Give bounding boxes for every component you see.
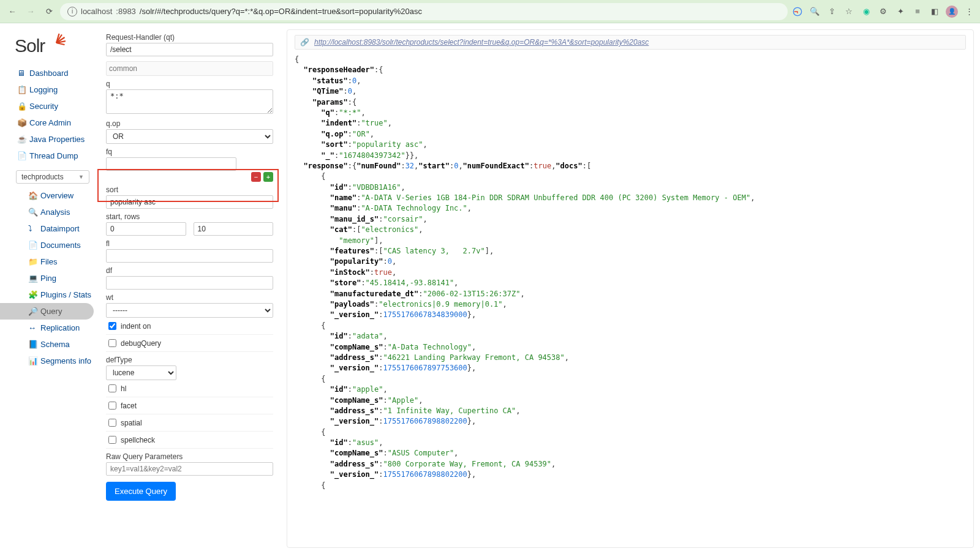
nav-label: Replication xyxy=(40,323,80,332)
fq-input[interactable] xyxy=(106,157,236,171)
fl-label: fl xyxy=(106,239,273,248)
site-info-icon[interactable]: i xyxy=(67,7,77,17)
nav-label: Segments info xyxy=(40,356,91,365)
back-button[interactable]: ← xyxy=(5,4,20,19)
nav-icon: 📘 xyxy=(28,340,37,349)
nav-item-core-admin[interactable]: 📦Core Admin xyxy=(0,114,100,131)
nav-icon: 🖥 xyxy=(17,69,26,78)
q-textarea[interactable] xyxy=(106,89,273,114)
core-nav-documents[interactable]: 📄Documents xyxy=(0,237,100,253)
fl-input[interactable] xyxy=(106,249,273,263)
hl-label: hl xyxy=(121,384,126,393)
result-url[interactable]: http://localhost:8983/solr/techproducts/… xyxy=(314,38,649,47)
core-nav-files[interactable]: 📁Files xyxy=(0,253,100,270)
nav-item-security[interactable]: 🔒Security xyxy=(0,98,100,114)
core-nav-overview[interactable]: 🏠Overview xyxy=(0,187,100,204)
core-nav-segments-info[interactable]: 📊Segments info xyxy=(0,353,100,369)
sort-group: sort xyxy=(106,185,273,209)
nav-icon: 🔎 xyxy=(28,307,37,316)
nav-item-logging[interactable]: 📋Logging xyxy=(0,81,100,98)
start-input[interactable] xyxy=(106,222,186,236)
nav-item-java-properties[interactable]: ☕Java Properties xyxy=(0,131,100,148)
nav-label: Dataimport xyxy=(40,224,80,233)
nav-icon: ⤵ xyxy=(28,224,37,233)
wt-label: wt xyxy=(106,293,273,302)
qop-select[interactable]: OR xyxy=(106,129,273,144)
nav-label: Java Properties xyxy=(29,135,85,144)
menu-icon[interactable]: ⋮ xyxy=(963,6,975,18)
qt-label: Request-Handler (qt) xyxy=(106,33,273,42)
nav-icon: 🔒 xyxy=(17,102,26,111)
df-input[interactable] xyxy=(106,276,273,290)
qop-label: q.op xyxy=(106,119,273,128)
forward-button[interactable]: → xyxy=(23,4,38,19)
debug-checkbox[interactable] xyxy=(108,339,116,347)
execute-query-button[interactable]: Execute Query xyxy=(106,482,176,501)
indent-checkbox[interactable] xyxy=(108,322,116,330)
nav-icon: 📄 xyxy=(17,151,26,160)
facet-label: facet xyxy=(121,402,137,410)
nav-label: Overview xyxy=(40,191,74,200)
settings-icon[interactable]: ⚙ xyxy=(877,6,889,18)
remove-fq-icon[interactable]: − xyxy=(251,172,261,182)
result-panel: 🔗 http://localhost:8983/solr/techproduct… xyxy=(287,29,974,548)
playlist-icon[interactable]: ≡ xyxy=(911,6,924,18)
nav-item-thread-dump[interactable]: 📄Thread Dump xyxy=(0,148,100,164)
deftype-select[interactable]: lucene xyxy=(106,365,176,380)
core-nav-plugins-stats[interactable]: 🧩Plugins / Stats xyxy=(0,286,100,303)
search-icon[interactable]: 🔍 xyxy=(809,6,821,18)
result-url-bar[interactable]: 🔗 http://localhost:8983/solr/techproduct… xyxy=(295,35,966,50)
nav-label: Ping xyxy=(40,274,56,283)
nav-label: Query xyxy=(40,307,62,316)
nav-icon: 💻 xyxy=(28,274,37,283)
nav-icon: 📋 xyxy=(17,85,26,94)
nav-icon: 🏠 xyxy=(28,191,37,200)
collection-selector[interactable]: techproducts ▼ xyxy=(16,170,89,184)
nav-icon: ☕ xyxy=(17,135,26,144)
startrows-label: start, rows xyxy=(106,212,273,221)
rawparams-label: Raw Query Parameters xyxy=(106,452,273,461)
qt-input[interactable] xyxy=(106,43,273,56)
nav-label: Plugins / Stats xyxy=(40,290,91,299)
grammarly-icon[interactable]: ◉ xyxy=(860,6,872,18)
debug-label: debugQuery xyxy=(121,339,161,348)
rows-input[interactable] xyxy=(194,222,274,236)
nav-label: Documents xyxy=(40,241,81,250)
deftype-label: defType xyxy=(106,356,273,364)
core-nav-schema[interactable]: 📘Schema xyxy=(0,336,100,353)
df-label: df xyxy=(106,266,273,275)
facet-checkbox[interactable] xyxy=(108,402,116,410)
browser-toolbar: ← → ⟳ i localhost:8983/solr/#/techproduc… xyxy=(0,0,980,23)
wt-select[interactable]: ------ xyxy=(106,303,273,318)
hl-checkbox[interactable] xyxy=(108,384,116,392)
sort-input[interactable] xyxy=(106,195,273,209)
add-fq-icon[interactable]: + xyxy=(263,172,273,182)
fq-label: fq xyxy=(106,148,273,156)
core-nav-replication[interactable]: ↔Replication xyxy=(0,320,100,336)
nav-item-dashboard[interactable]: 🖥Dashboard xyxy=(0,65,100,81)
nav-label: Thread Dump xyxy=(29,151,78,160)
nav-label: Core Admin xyxy=(29,118,71,127)
share-icon[interactable]: ⇧ xyxy=(826,6,838,18)
avatar-icon[interactable]: 👤 xyxy=(946,6,958,18)
indent-label: indent on xyxy=(121,322,151,331)
url-type-icon: 🔗 xyxy=(300,38,309,47)
nav-icon: 📁 xyxy=(28,257,37,266)
reload-button[interactable]: ⟳ xyxy=(42,4,56,19)
core-nav-query[interactable]: 🔎Query xyxy=(0,303,94,320)
rawparams-input[interactable] xyxy=(106,462,273,476)
core-nav-dataimport[interactable]: ⤵Dataimport xyxy=(0,220,100,237)
left-sidebar: Solr 🖥Dashboard📋Logging🔒Security📦Core Ad… xyxy=(0,23,100,554)
address-bar[interactable]: i localhost:8983/solr/#/techproducts/que… xyxy=(60,3,788,20)
star-icon[interactable]: ☆ xyxy=(843,6,855,18)
extensions-icon[interactable]: ✦ xyxy=(894,6,907,18)
core-nav-analysis[interactable]: 🔍Analysis xyxy=(0,204,100,220)
panel-icon[interactable]: ◧ xyxy=(929,6,941,18)
nav-label: Dashboard xyxy=(29,69,69,78)
google-icon[interactable] xyxy=(791,6,804,18)
spatial-checkbox[interactable] xyxy=(108,419,116,427)
spellcheck-checkbox[interactable] xyxy=(108,436,116,444)
nav-label: Analysis xyxy=(40,208,70,217)
core-nav-ping[interactable]: 💻Ping xyxy=(0,270,100,286)
nav-icon: 📦 xyxy=(17,118,26,127)
